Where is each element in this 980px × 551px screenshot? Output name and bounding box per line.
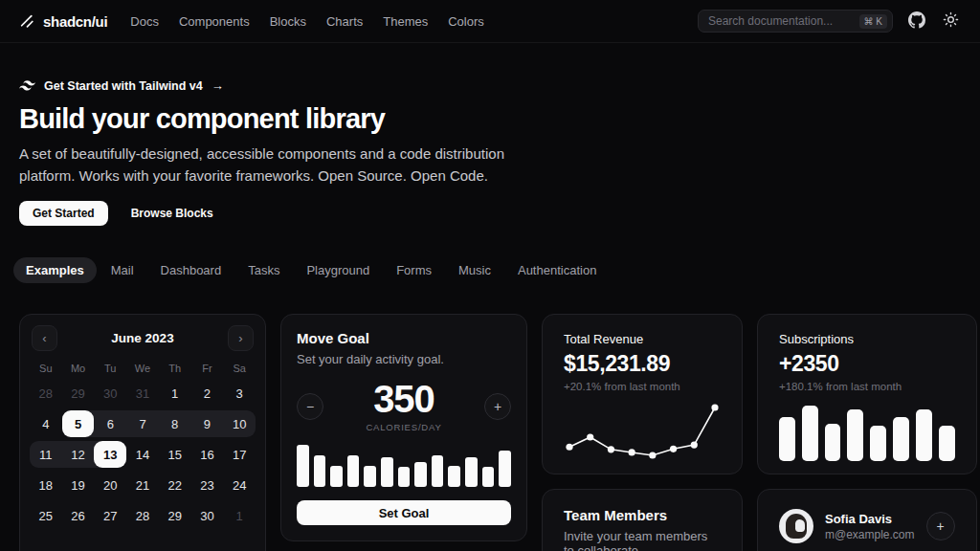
calendar-day-number: 10 (223, 410, 256, 437)
calendar-day-number: 17 (223, 441, 256, 468)
calendar-day[interactable]: 27 (94, 502, 126, 529)
move-goal-subtitle: Set your daily activity goal. (297, 352, 511, 366)
calendar-weekdays: Su Mo Tu We Th Fr Sa (30, 363, 256, 374)
calendar-day[interactable]: 10 (223, 410, 256, 437)
calendar-day[interactable]: 22 (159, 472, 191, 498)
browse-blocks-button[interactable]: Browse Blocks (118, 201, 227, 226)
goal-value-wrap: 350 CALORIES/DAY (366, 380, 441, 432)
chevron-left-icon: ‹ (42, 331, 46, 345)
calendar-day[interactable]: 6 (94, 410, 126, 437)
nav-link[interactable]: Blocks (270, 14, 306, 29)
search-input[interactable] (708, 14, 854, 28)
calendar-day[interactable]: 13 (94, 441, 126, 468)
calendar-day[interactable]: 2 (191, 380, 224, 407)
nav-link[interactable]: Docs (130, 14, 159, 29)
calendar-day[interactable]: 17 (223, 441, 256, 468)
nav-link[interactable]: Charts (326, 14, 363, 29)
calendar-day[interactable]: 28 (30, 380, 62, 407)
goal-value: 350 (366, 380, 441, 418)
calendar-day[interactable]: 15 (159, 441, 191, 468)
calendar-day[interactable]: 11 (30, 441, 62, 468)
bar (398, 467, 411, 487)
calendar-day[interactable]: 28 (126, 502, 159, 529)
card-title: Team Members (564, 507, 721, 523)
calendar-days: 28 29 30 31 1 2 (30, 380, 256, 529)
card-title: Total Revenue (564, 332, 721, 346)
chat-identity: Sofia Davis m@example.com (825, 512, 915, 541)
tailwind-icon (19, 80, 35, 91)
github-button[interactable] (906, 10, 927, 33)
calendar-day[interactable]: 7 (126, 410, 159, 437)
bar (448, 466, 460, 487)
bar (347, 455, 360, 487)
avatar (779, 509, 813, 543)
calendar-day[interactable]: 1 (159, 380, 191, 407)
tab[interactable]: Examples (13, 257, 97, 283)
calendar-day[interactable]: 19 (62, 472, 95, 498)
calendar-day[interactable]: 18 (30, 472, 62, 498)
calendar-prev-button[interactable]: ‹ (32, 325, 57, 351)
subscriptions-card: Subscriptions +2350 +180.1% from last mo… (757, 314, 977, 474)
increase-goal-button[interactable]: + (484, 393, 511, 420)
team-members-subtitle: Invite your team members to collaborate. (564, 529, 721, 551)
example-tabs: Examples Mail Dashboard Tasks Playground… (0, 257, 980, 283)
bar (916, 409, 932, 461)
calendar-day[interactable]: 25 (30, 502, 62, 529)
calendar-day[interactable]: 29 (159, 502, 191, 529)
calendar-day[interactable]: 3 (223, 380, 256, 407)
calendar-day[interactable]: 1 (223, 502, 256, 529)
get-started-button[interactable]: Get Started (19, 201, 108, 226)
nav-link[interactable]: Colors (448, 14, 484, 29)
calendar-day[interactable]: 8 (159, 410, 191, 437)
calendar-next-button[interactable]: › (228, 325, 254, 351)
nav-link[interactable]: Components (179, 14, 250, 29)
calendar-day[interactable]: 30 (94, 380, 126, 407)
calendar-day[interactable]: 21 (126, 472, 159, 498)
calendar-day-number: 13 (94, 441, 126, 468)
tab[interactable]: Music (446, 257, 503, 283)
bar (314, 455, 326, 487)
total-revenue-card: Total Revenue $15,231.89 +20.1% from las… (542, 314, 743, 474)
tab[interactable]: Tasks (235, 257, 292, 283)
calendar-day-number: 28 (30, 380, 62, 407)
tab[interactable]: Playground (294, 257, 382, 283)
calendar-day[interactable]: 9 (191, 410, 224, 437)
calendar-day[interactable]: 23 (191, 472, 224, 498)
add-user-button[interactable]: + (926, 512, 955, 540)
calendar-day[interactable]: 12 (62, 441, 95, 468)
nav-link[interactable]: Themes (383, 14, 428, 29)
announcement-banner[interactable]: Get Started with Tailwind v4 → (19, 78, 224, 93)
bar (482, 467, 495, 487)
calendar-day-number: 26 (62, 502, 95, 529)
calendar-day[interactable]: 29 (62, 380, 95, 407)
theme-toggle-button[interactable] (941, 10, 961, 33)
calendar-day[interactable]: 14 (126, 441, 159, 468)
chat-user-email: m@example.com (825, 528, 915, 541)
tab[interactable]: Forms (384, 257, 444, 283)
calendar-day[interactable]: 31 (126, 380, 159, 407)
search-box[interactable]: ⌘ K (698, 10, 893, 33)
calendar-day[interactable]: 16 (191, 441, 224, 468)
bar (870, 426, 886, 461)
calendar-day-number: 29 (159, 502, 191, 529)
tab[interactable]: Dashboard (148, 257, 234, 283)
calendar-day[interactable]: 30 (191, 502, 224, 529)
calendar-day-number: 1 (159, 380, 191, 407)
calendar-day[interactable]: 20 (94, 472, 126, 498)
dashboard-grid: Total Revenue $15,231.89 +20.1% from las… (0, 314, 980, 551)
brand-logo-link[interactable]: shadcn/ui (19, 13, 107, 30)
calendar-day[interactable]: 4 (30, 410, 62, 437)
bar (802, 406, 818, 461)
calendar-day[interactable]: 5 (62, 410, 95, 437)
tab[interactable]: Authentication (505, 257, 609, 283)
bar (939, 426, 955, 461)
tab[interactable]: Mail (99, 257, 146, 283)
calendar-day[interactable]: 26 (62, 502, 95, 529)
calendar-day-number: 16 (191, 441, 224, 468)
set-goal-button[interactable]: Set Goal (297, 500, 511, 525)
calendar-day[interactable]: 24 (223, 472, 256, 498)
calendar-day-number: 23 (191, 472, 224, 498)
bar (297, 445, 309, 487)
calendar-day-number: 1 (223, 502, 256, 529)
decrease-goal-button[interactable]: − (297, 393, 323, 420)
